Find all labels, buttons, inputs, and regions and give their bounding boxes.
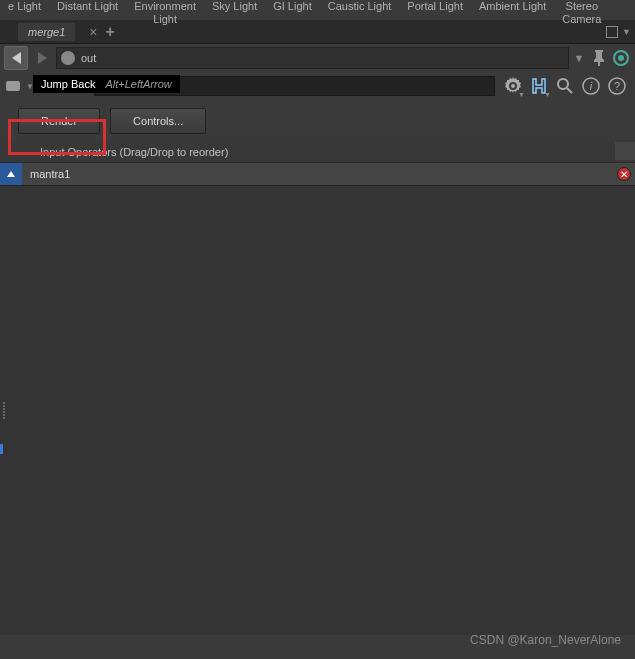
list-header-scroll[interactable]	[615, 142, 635, 160]
info-icon[interactable]: i	[581, 76, 601, 96]
houdini-h-icon[interactable]: ▼	[529, 76, 549, 96]
watermark: CSDN @Karon_NeverAlone	[470, 633, 621, 647]
tab-add-icon[interactable]: +	[105, 23, 114, 41]
content-area	[0, 185, 635, 635]
svg-text:?: ?	[614, 80, 620, 92]
shelf-item[interactable]: EnvironmentLight	[126, 0, 204, 26]
tooltip: Jump Back Alt+LeftArrow	[33, 75, 180, 93]
close-icon: ✕	[617, 167, 631, 181]
shelf-item[interactable]: Portal Light	[399, 0, 471, 13]
side-indicator	[0, 444, 3, 454]
back-button[interactable]	[4, 46, 28, 70]
pin-icon[interactable]	[589, 48, 609, 68]
pane-layout-icon[interactable]	[606, 26, 618, 38]
shelf-item[interactable]: GI Light	[265, 0, 320, 13]
list-header: Input Operators (Drag/Drop to reorder)	[0, 142, 635, 163]
tab-bar: merge1 × + ▼	[0, 20, 635, 44]
button-row: Render Controls...	[0, 100, 635, 142]
shelf-toolbar: e Light Distant Light EnvironmentLight S…	[0, 0, 635, 20]
tooltip-label: Jump Back	[41, 78, 95, 90]
shelf-item[interactable]: Ambient Light	[471, 0, 554, 13]
shelf-item[interactable]: e Light	[0, 0, 49, 13]
target-icon[interactable]	[611, 48, 631, 68]
delete-button[interactable]: ✕	[613, 163, 635, 185]
tab-merge1[interactable]: merge1	[18, 23, 75, 41]
pane-menu-dropdown[interactable]: ▼	[622, 27, 631, 37]
path-dropdown[interactable]: ▼	[571, 52, 587, 64]
help-icon[interactable]: ?	[607, 76, 627, 96]
svg-point-2	[558, 79, 568, 89]
svg-line-3	[567, 88, 572, 93]
render-button[interactable]: Render	[18, 108, 100, 134]
controls-button[interactable]: Controls...	[110, 108, 206, 134]
shelf-item[interactable]: Distant Light	[49, 0, 126, 13]
node-type-icon	[4, 79, 22, 93]
search-icon[interactable]	[555, 76, 575, 96]
shelf-item[interactable]: StereoCamera	[554, 0, 609, 26]
up-arrow-icon[interactable]	[0, 163, 22, 185]
gear-icon[interactable]: ▼	[503, 76, 523, 96]
list-item[interactable]: mantra1 ✕	[0, 163, 635, 185]
path-field[interactable]: out	[56, 47, 569, 69]
forward-button[interactable]	[30, 46, 54, 70]
svg-point-1	[618, 55, 624, 61]
tooltip-shortcut: Alt+LeftArrow	[105, 78, 171, 90]
svg-text:i: i	[590, 80, 593, 92]
navigation-bar: out ▼	[0, 44, 635, 72]
list-item-label: mantra1	[22, 168, 613, 180]
operator-list: Input Operators (Drag/Drop to reorder) m…	[0, 142, 635, 185]
shelf-item[interactable]: Sky Light	[204, 0, 265, 13]
tab-close-icon[interactable]: ×	[89, 24, 97, 40]
shelf-item[interactable]: Caustic Light	[320, 0, 400, 13]
path-text: out	[81, 52, 96, 64]
context-icon	[61, 51, 75, 65]
resize-handle[interactable]	[3, 380, 9, 440]
